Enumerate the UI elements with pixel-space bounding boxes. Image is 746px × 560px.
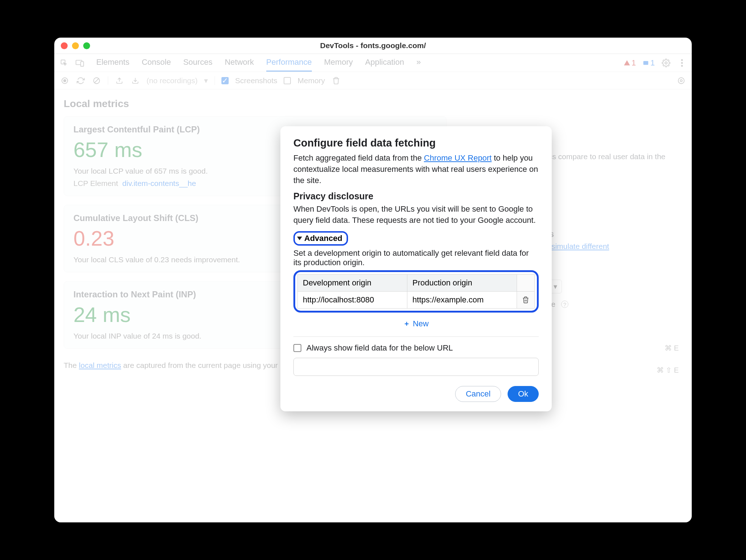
devtools-window: DevTools - fonts.google.com/ Elements Co…	[54, 38, 692, 522]
privacy-heading: Privacy disclosure	[293, 191, 539, 201]
warning-count[interactable]: 1	[624, 58, 636, 68]
advanced-description: Set a development origin to automaticall…	[293, 249, 539, 267]
svg-point-5	[681, 59, 683, 61]
simulate-link[interactable]: simulate different	[551, 242, 609, 250]
screenshots-checkbox[interactable]: ✓	[221, 77, 229, 84]
prod-origin-cell[interactable]: https://example.com	[407, 291, 517, 308]
tab-performance[interactable]: Performance	[266, 54, 312, 72]
add-new-row-button[interactable]: New	[293, 317, 539, 334]
svg-point-12	[678, 77, 684, 84]
screenshots-label: Screenshots	[235, 76, 277, 85]
issue-count[interactable]: 1	[643, 58, 655, 68]
always-show-checkbox[interactable]	[293, 344, 301, 352]
perf-settings-icon[interactable]	[677, 76, 686, 85]
table-row: http://localhost:8080 https://example.co…	[298, 291, 535, 308]
always-show-label: Always show field data for the below URL	[306, 343, 453, 353]
svg-point-7	[681, 65, 683, 67]
svg-rect-3	[643, 61, 648, 65]
crux-link-modal[interactable]: Chrome UX Report	[424, 153, 492, 162]
gc-icon[interactable]	[331, 76, 341, 85]
memory-checkbox[interactable]	[284, 77, 291, 84]
device-toolbar-icon[interactable]	[75, 58, 85, 68]
memory-label: Memory	[297, 76, 325, 85]
modal-title: Configure field data fetching	[293, 137, 539, 149]
origin-table-highlight: Development origin Production origin htt…	[293, 270, 539, 313]
clear-icon[interactable]	[92, 76, 101, 85]
help-icon[interactable]: ?	[561, 301, 568, 308]
ok-button[interactable]: Ok	[508, 386, 539, 402]
privacy-text: When DevTools is open, the URLs you visi…	[293, 204, 539, 226]
advanced-toggle[interactable]: Advanced	[293, 231, 348, 246]
dev-origin-header: Development origin	[298, 274, 407, 291]
url-input[interactable]	[293, 358, 539, 376]
tab-elements[interactable]: Elements	[96, 54, 130, 72]
tabs-overflow[interactable]: »	[416, 54, 421, 72]
tab-network[interactable]: Network	[225, 54, 254, 72]
svg-point-11	[680, 80, 682, 82]
traffic-lights	[54, 42, 90, 49]
svg-point-4	[665, 62, 667, 64]
configure-field-data-modal: Configure field data fetching Fetch aggr…	[280, 126, 552, 411]
window-title: DevTools - fonts.google.com/	[54, 41, 692, 50]
record-icon[interactable]	[60, 76, 69, 85]
upload-icon[interactable]	[115, 76, 124, 85]
divider	[293, 336, 539, 337]
maximize-window-button[interactable]	[83, 42, 90, 49]
tab-application[interactable]: Application	[365, 54, 404, 72]
tab-memory[interactable]: Memory	[324, 54, 353, 72]
chevron-down-icon	[297, 237, 302, 240]
tab-sources[interactable]: Sources	[183, 54, 212, 72]
always-show-row: Always show field data for the below URL	[293, 343, 539, 353]
prod-origin-header: Production origin	[407, 274, 517, 291]
cancel-button[interactable]: Cancel	[455, 386, 501, 402]
more-icon[interactable]	[677, 58, 687, 68]
minimize-window-button[interactable]	[72, 42, 79, 49]
origin-mapping-table: Development origin Production origin htt…	[297, 274, 535, 309]
dev-origin-cell[interactable]: http://localhost:8080	[298, 291, 407, 308]
inspect-icon[interactable]	[59, 58, 69, 68]
local-metrics-link[interactable]: local metrics	[79, 361, 121, 369]
close-window-button[interactable]	[61, 42, 68, 49]
download-icon[interactable]	[131, 76, 140, 85]
modal-description: Fetch aggregated field data from the Chr…	[293, 153, 539, 186]
svg-rect-2	[81, 61, 84, 66]
delete-row-icon[interactable]	[522, 296, 529, 304]
svg-point-9	[63, 79, 66, 82]
tab-console[interactable]: Console	[142, 54, 171, 72]
top-tabs: Elements Console Sources Network Perform…	[54, 54, 692, 72]
local-metrics-heading: Local metrics	[64, 98, 446, 110]
recordings-dropdown[interactable]: (no recordings) ▾	[147, 76, 208, 85]
svg-point-6	[681, 62, 683, 64]
reload-icon[interactable]	[76, 76, 85, 85]
titlebar: DevTools - fonts.google.com/	[54, 38, 692, 54]
performance-toolbar: (no recordings) ▾ ✓ Screenshots Memory	[54, 72, 692, 89]
settings-icon[interactable]	[661, 58, 671, 68]
